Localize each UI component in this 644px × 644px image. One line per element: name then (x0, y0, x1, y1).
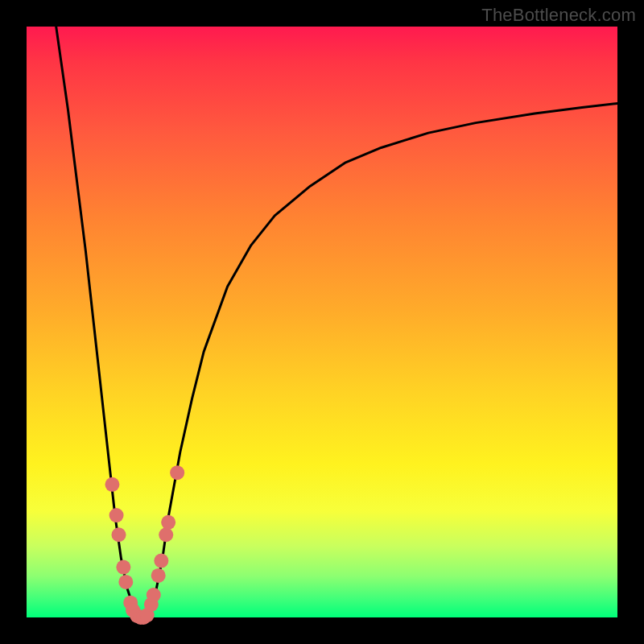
data-point (147, 588, 161, 602)
data-point (151, 568, 166, 583)
chart-svg (27, 27, 617, 617)
data-point (161, 515, 175, 530)
chart-frame: TheBottleneck.com (0, 0, 644, 644)
data-point (154, 554, 168, 568)
watermark-text: TheBottleneck.com (481, 5, 636, 26)
plot-area (27, 27, 617, 617)
bottleneck-curve (56, 27, 617, 617)
data-point (105, 477, 119, 492)
data-point (116, 560, 130, 575)
data-point (159, 527, 173, 542)
curve-path (56, 27, 617, 617)
data-point (118, 575, 133, 589)
data-point (170, 465, 184, 480)
data-point (109, 508, 124, 522)
data-point (112, 527, 126, 542)
